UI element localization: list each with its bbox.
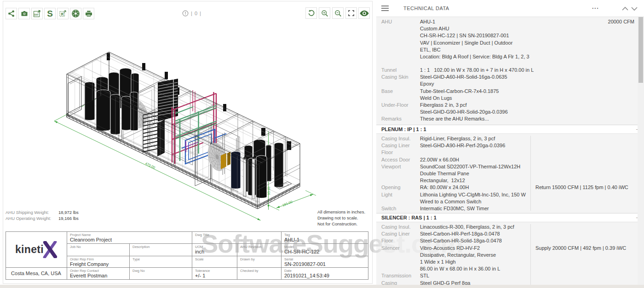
svg-text:470.00: 470.00 (144, 161, 156, 170)
svg-text:DXF: DXF (34, 14, 38, 16)
svg-text:191.00: 191.00 (282, 200, 293, 207)
svg-text:R: R (61, 12, 64, 17)
svg-text:95.00: 95.00 (267, 186, 271, 195)
